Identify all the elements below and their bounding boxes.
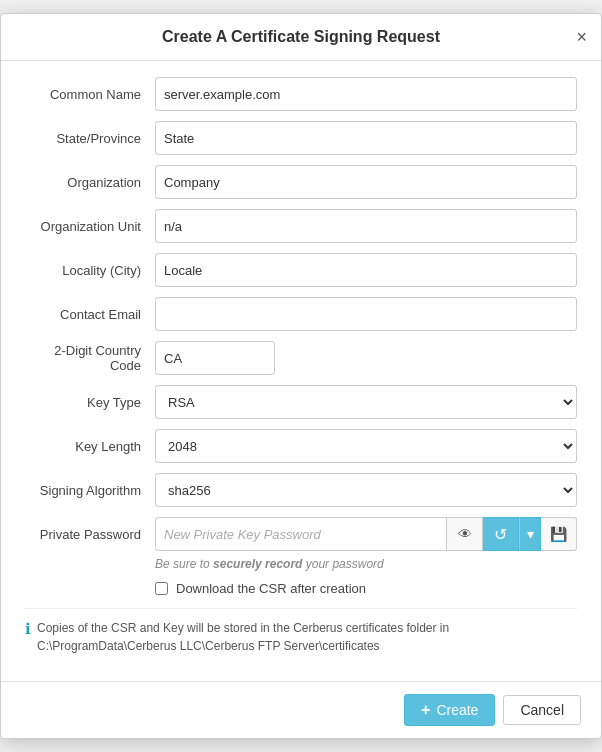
close-button[interactable]: × (576, 28, 587, 46)
modal-footer: + Create Cancel (1, 681, 601, 738)
key-type-row: Key Type RSA EC (25, 385, 577, 419)
common-name-row: Common Name (25, 77, 577, 111)
info-row: ℹ Copies of the CSR and Key will be stor… (25, 608, 577, 665)
private-password-label: Private Password (25, 527, 155, 542)
download-csr-label[interactable]: Download the CSR after creation (176, 581, 366, 596)
password-dropdown-button[interactable]: ▾ (519, 517, 541, 551)
modal: Create A Certificate Signing Request × C… (0, 13, 602, 739)
save-icon: 💾 (550, 526, 567, 542)
modal-title: Create A Certificate Signing Request (162, 28, 440, 46)
password-input-group: 👁 ↺ ▾ 💾 (155, 517, 577, 551)
country-code-row: 2-Digit Country Code (25, 341, 577, 375)
info-text: Copies of the CSR and Key will be stored… (37, 619, 577, 655)
modal-header: Create A Certificate Signing Request × (1, 14, 601, 61)
contact-email-label: Contact Email (25, 307, 155, 322)
download-csr-row: Download the CSR after creation (155, 581, 577, 596)
private-password-input[interactable] (155, 517, 447, 551)
info-icon: ℹ (25, 620, 31, 638)
organization-input[interactable] (155, 165, 577, 199)
state-input[interactable] (155, 121, 577, 155)
private-password-row: Private Password 👁 ↺ ▾ 💾 (25, 517, 577, 551)
signing-algorithm-select[interactable]: sha256 sha384 sha512 (155, 473, 577, 507)
state-label: State/Province (25, 131, 155, 146)
org-unit-label: Organization Unit (25, 219, 155, 234)
key-type-label: Key Type (25, 395, 155, 410)
password-hint: Be sure to securely record your password (155, 557, 577, 571)
cancel-button[interactable]: Cancel (503, 695, 581, 725)
locality-label: Locality (City) (25, 263, 155, 278)
key-type-select[interactable]: RSA EC (155, 385, 577, 419)
key-length-row: Key Length 1024 2048 4096 (25, 429, 577, 463)
key-length-label: Key Length (25, 439, 155, 454)
contact-email-input[interactable] (155, 297, 577, 331)
save-password-button[interactable]: 💾 (541, 517, 577, 551)
key-length-select[interactable]: 1024 2048 4096 (155, 429, 577, 463)
create-label: Create (436, 702, 478, 718)
state-row: State/Province (25, 121, 577, 155)
refresh-icon: ↺ (494, 525, 507, 544)
toggle-password-button[interactable]: 👁 (447, 517, 483, 551)
signing-algorithm-label: Signing Algorithm (25, 483, 155, 498)
org-unit-row: Organization Unit (25, 209, 577, 243)
org-unit-input[interactable] (155, 209, 577, 243)
locality-row: Locality (City) (25, 253, 577, 287)
country-code-label: 2-Digit Country Code (25, 343, 155, 373)
chevron-down-icon: ▾ (527, 526, 534, 542)
common-name-label: Common Name (25, 87, 155, 102)
organization-label: Organization (25, 175, 155, 190)
eye-icon: 👁 (458, 526, 472, 542)
locality-input[interactable] (155, 253, 577, 287)
signing-algorithm-row: Signing Algorithm sha256 sha384 sha512 (25, 473, 577, 507)
country-code-input[interactable] (155, 341, 275, 375)
create-button[interactable]: + Create (404, 694, 495, 726)
plus-icon: + (421, 701, 430, 719)
contact-email-row: Contact Email (25, 297, 577, 331)
common-name-input[interactable] (155, 77, 577, 111)
download-csr-checkbox[interactable] (155, 582, 168, 595)
organization-row: Organization (25, 165, 577, 199)
refresh-password-button[interactable]: ↺ (483, 517, 519, 551)
modal-body: Common Name State/Province Organization … (1, 61, 601, 681)
